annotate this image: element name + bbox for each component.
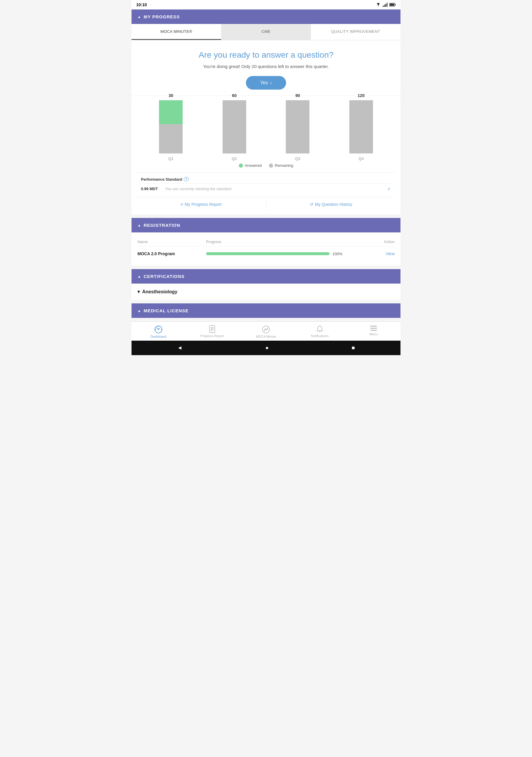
history-icon: ↺: [310, 202, 313, 207]
bar-value-q1: 30: [168, 93, 173, 98]
bar-wrapper-q3: [286, 100, 310, 153]
dashboard-icon: [154, 325, 163, 334]
android-nav-bar: ◄ ● ■: [132, 341, 400, 355]
my-progress-header: ▲ MY PROGRESS: [132, 10, 400, 24]
checkmark-icon: ✓: [387, 186, 391, 192]
hero-subtitle: You're doing great! Only 20 questions le…: [139, 64, 393, 69]
perf-title-row: Performance Standard ?: [141, 177, 391, 182]
svg-rect-12: [210, 325, 215, 333]
bar-label-q2: Q2: [232, 156, 237, 161]
chevron-up-icon-med: ▲: [137, 309, 141, 313]
nav-notifications[interactable]: Notifications: [293, 322, 347, 341]
chart-container: 30 Q1 60 Q2 90 Q3 120: [136, 102, 396, 161]
col-header-action: Action: [343, 239, 395, 244]
answered-dot: [239, 164, 243, 168]
remaining-label: Remaining: [275, 163, 293, 168]
chart-bar-q1: 30 Q1: [139, 93, 203, 161]
my-question-history-link[interactable]: ↺ My Question History: [266, 197, 396, 211]
medical-license-title: MEDICAL LICENSE: [144, 308, 189, 313]
nav-dashboard[interactable]: Dashboard: [132, 322, 185, 341]
recent-button[interactable]: ■: [352, 345, 355, 351]
nav-progress-report-label: Progress Report: [200, 334, 224, 338]
yes-button[interactable]: Yes ›: [246, 76, 286, 90]
hero-section: Are you ready to answer a question? You'…: [132, 40, 400, 96]
remaining-dot: [269, 164, 273, 168]
chart-bar-q2: 60 Q2: [203, 93, 266, 161]
legend-answered: Answered: [239, 163, 262, 168]
nav-progress-report[interactable]: Progress Report: [185, 322, 239, 341]
nav-notifications-label: Notifications: [311, 334, 329, 338]
bar-value-q4: 120: [358, 93, 365, 98]
bell-icon: [316, 325, 323, 333]
tab-quality-improvement[interactable]: QUALITY IMPROVEMENT: [311, 24, 400, 40]
certifications-title: CERTIFICATIONS: [144, 274, 185, 279]
nav-menu-label: Menu: [369, 332, 378, 336]
legend-remaining: Remaining: [269, 163, 293, 168]
medical-license-section: ▲ MEDICAL LICENSE: [132, 303, 400, 318]
nav-dashboard-label: Dashboard: [150, 335, 166, 338]
hero-title: Are you ready to answer a question?: [139, 50, 393, 60]
chevron-up-icon: ▲: [137, 15, 141, 19]
moca-minute-icon: [262, 325, 270, 334]
tab-bar: MOCA MINUTE® CME QUALITY IMPROVEMENT: [132, 24, 400, 40]
status-bar: 10:10: [132, 0, 400, 10]
chevron-up-icon-reg: ▲: [137, 223, 141, 227]
program-name: MOCA 2.0 Program: [137, 251, 206, 256]
my-progress-report-link[interactable]: ≡ My Progress Report: [136, 197, 266, 211]
certifications-header: ▲ CERTIFICATIONS: [132, 269, 400, 284]
nav-moca-minute[interactable]: MOCA Minute: [239, 322, 293, 341]
svg-rect-1: [384, 5, 385, 7]
bottom-nav: Dashboard Progress Report MOCA Minute No…: [132, 321, 400, 341]
back-button[interactable]: ◄: [177, 345, 182, 351]
svg-rect-5: [395, 4, 396, 6]
bar-wrapper-q2: [222, 100, 246, 153]
svg-rect-2: [385, 4, 386, 7]
registration-row: MOCA 2.0 Program 100% View: [137, 247, 395, 261]
reg-header-row: Name Progress Action: [137, 237, 395, 247]
chart-bar-q3: 90 Q3: [266, 93, 330, 161]
perf-description: You are currently meeting the standard: [165, 187, 384, 191]
answered-label: Answered: [245, 163, 262, 168]
info-icon[interactable]: ?: [184, 177, 189, 182]
certifications-section: ▲ CERTIFICATIONS ▾ Anesthesiology: [132, 269, 400, 300]
bar-label-q1: Q1: [168, 156, 173, 161]
progress-pct: 100%: [333, 252, 343, 256]
svg-rect-6: [390, 4, 394, 6]
svg-point-8: [158, 329, 159, 330]
status-icons: [376, 3, 396, 7]
my-progress-title: MY PROGRESS: [144, 14, 180, 19]
home-button[interactable]: ●: [265, 345, 269, 351]
bar-remaining-q4: [349, 100, 373, 153]
view-link[interactable]: View: [343, 251, 395, 256]
tab-cme[interactable]: CME: [221, 24, 310, 40]
col-header-name: Name: [137, 239, 206, 244]
bar-value-q3: 90: [295, 93, 300, 98]
bar-answered-q1: [159, 100, 183, 124]
nav-menu[interactable]: Menu: [347, 322, 400, 341]
progress-bar-bg: [206, 252, 330, 255]
registration-section: ▲ REGISTRATION Name Progress Action MOCA…: [132, 218, 400, 265]
bar-value-q2: 60: [232, 93, 237, 98]
chart-section: 30 Q1 60 Q2 90 Q3 120: [132, 96, 400, 214]
nav-moca-minute-label: MOCA Minute: [256, 335, 276, 338]
signal-icon: [383, 3, 388, 7]
bar-remaining-q1: [159, 124, 183, 153]
tab-moca-minute[interactable]: MOCA MINUTE®: [132, 24, 221, 40]
medical-license-header: ▲ MEDICAL LICENSE: [132, 303, 400, 318]
cert-anesthesiology[interactable]: ▾ Anesthesiology: [132, 284, 400, 300]
registration-table: Name Progress Action MOCA 2.0 Program 10…: [132, 232, 400, 265]
svg-rect-3: [387, 3, 388, 7]
performance-standard: Performance Standard ? 0.99 MDT You are …: [136, 172, 396, 194]
bar-remaining-q2: [222, 100, 246, 153]
progress-bar-fill: [206, 252, 330, 255]
cert-label: Anesthesiology: [142, 289, 177, 294]
bar-label-q3: Q3: [295, 156, 300, 161]
action-links: ≡ My Progress Report ↺ My Question Histo…: [136, 197, 396, 211]
bar-remaining-q3: [286, 100, 310, 153]
registration-header: ▲ REGISTRATION: [132, 218, 400, 232]
registration-title: REGISTRATION: [144, 223, 180, 228]
list-icon: ≡: [181, 202, 183, 207]
chart-bar-q4: 120 Q4: [330, 93, 393, 161]
menu-icon: [370, 325, 377, 331]
progress-column: 100%: [206, 252, 343, 256]
